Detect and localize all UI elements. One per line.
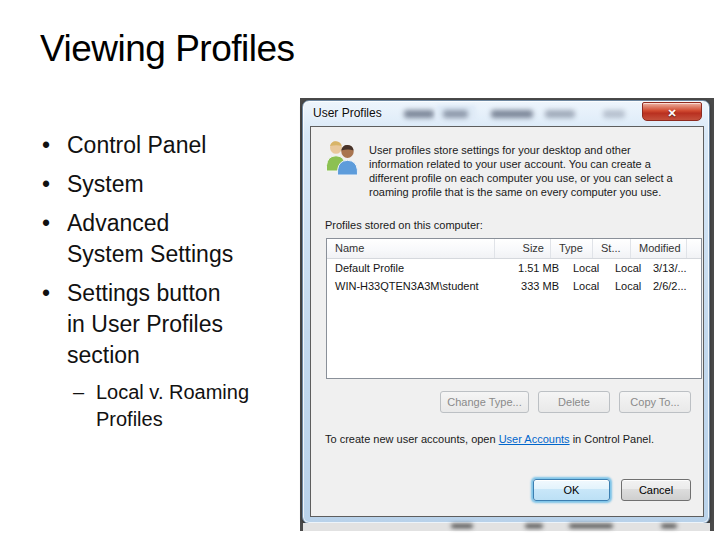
background-window-edge <box>303 523 710 531</box>
change-type-button[interactable]: Change Type... <box>440 391 529 413</box>
column-header-type[interactable]: Type <box>551 239 593 258</box>
profiles-listview: Name Size Type St... Modified Default Pr… <box>326 238 702 379</box>
blurred-background-button <box>569 524 613 528</box>
close-button[interactable]: ✕ <box>642 102 702 121</box>
list-item: • Control Panel <box>42 130 298 161</box>
bullet-icon: • <box>42 208 56 270</box>
copy-to-button[interactable]: Copy To... <box>619 391 691 413</box>
cell-status: Local <box>607 277 645 295</box>
blurred-background-button <box>525 524 543 528</box>
user-profiles-dialog-screenshot: User Profiles ✕ User profiles store sett… <box>300 98 714 531</box>
bullet-text: Advanced System Settings <box>67 208 233 270</box>
list-item-sub: – Local v. Roaming Profiles <box>73 379 298 433</box>
blurred-tab <box>603 110 625 118</box>
list-item: • Settings button in User Profiles secti… <box>42 278 298 371</box>
cell-name: WIN-H33QTEN3A3M\student <box>327 277 509 295</box>
cell-status: Local <box>607 259 645 277</box>
listview-header: Name Size Type St... Modified <box>327 239 701 259</box>
hint-text-before: To create new user accounts, open <box>325 433 499 445</box>
bullet-text: System <box>67 169 144 200</box>
bullet-icon: • <box>42 130 56 161</box>
page-title: Viewing Profiles <box>40 28 295 70</box>
cell-modified: 2/6/2... <box>645 277 701 295</box>
bullet-icon: • <box>42 169 56 200</box>
blurred-tab <box>491 110 533 118</box>
list-item: • System <box>42 169 298 200</box>
column-header-status[interactable]: St... <box>593 239 631 258</box>
blurred-tab <box>545 110 575 118</box>
blurred-tab <box>404 110 434 118</box>
hint-text-after: in Control Panel. <box>570 433 654 445</box>
profiles-stored-label: Profiles stored on this computer: <box>325 219 483 231</box>
cell-type: Local <box>565 277 607 295</box>
dialog-title: User Profiles <box>313 106 382 120</box>
column-header-spacer <box>687 239 701 258</box>
two-users-icon <box>323 138 361 176</box>
list-item: • Advanced System Settings <box>42 208 298 270</box>
dash-icon: – <box>73 379 85 433</box>
dialog-client-area: User profiles store settings for your de… <box>310 126 704 517</box>
slide: Viewing Profiles • Control Panel • Syste… <box>0 0 720 540</box>
column-header-name[interactable]: Name <box>327 239 495 258</box>
cell-size: 333 MB <box>509 277 565 295</box>
close-icon: ✕ <box>667 107 676 119</box>
blurred-background-button <box>451 524 473 528</box>
create-accounts-hint: To create new user accounts, open User A… <box>325 433 654 445</box>
cancel-button[interactable]: Cancel <box>621 479 691 501</box>
bullet-text: Local v. Roaming Profiles <box>96 379 249 433</box>
bullet-text: Settings button in User Profiles section <box>67 278 223 371</box>
column-header-size[interactable]: Size <box>495 239 551 258</box>
cell-type: Local <box>565 259 607 277</box>
cell-modified: 3/13/... <box>645 259 701 277</box>
ok-button[interactable]: OK <box>533 479 610 501</box>
user-accounts-link[interactable]: User Accounts <box>499 433 570 445</box>
bullet-icon: • <box>42 278 56 371</box>
user-profiles-dialog: User Profiles ✕ User profiles store sett… <box>302 100 710 524</box>
cell-size: 1.51 MB <box>509 259 565 277</box>
bullet-list: • Control Panel • System • Advanced Syst… <box>42 130 298 441</box>
dialog-description: User profiles store settings for your de… <box>369 143 691 199</box>
cell-name: Default Profile <box>327 259 509 277</box>
delete-button[interactable]: Delete <box>538 391 610 413</box>
blurred-background-button <box>661 524 677 528</box>
table-row[interactable]: Default Profile 1.51 MB Local Local 3/13… <box>327 259 701 277</box>
column-header-modified[interactable]: Modified <box>631 239 687 258</box>
blurred-tab <box>443 110 468 118</box>
bullet-text: Control Panel <box>67 130 206 161</box>
table-row[interactable]: WIN-H33QTEN3A3M\student 333 MB Local Loc… <box>327 277 701 295</box>
